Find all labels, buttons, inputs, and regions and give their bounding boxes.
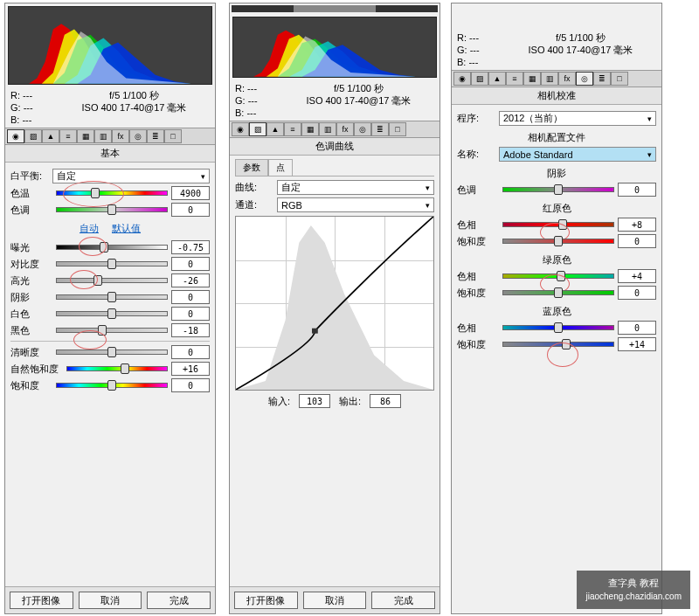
- tab-hsl-icon[interactable]: ≡: [59, 129, 77, 143]
- exposure-slider[interactable]: [56, 245, 168, 250]
- curve-select[interactable]: 自定▾: [277, 180, 434, 195]
- tab-camera-icon[interactable]: ◎: [576, 72, 593, 86]
- tab-snap-icon[interactable]: □: [164, 129, 182, 143]
- vibrance-value[interactable]: +16: [171, 362, 210, 376]
- output-label: 输出:: [339, 395, 361, 408]
- contrast-value[interactable]: 0: [171, 257, 210, 271]
- default-link[interactable]: 默认值: [112, 223, 141, 233]
- chevron-down-icon: ▾: [426, 183, 430, 192]
- done-button[interactable]: 完成: [371, 592, 435, 609]
- whites-value[interactable]: 0: [171, 307, 210, 321]
- highlights-value[interactable]: -26: [171, 273, 210, 287]
- blue-sat-slider[interactable]: [502, 342, 614, 347]
- whites-label: 白色: [10, 308, 52, 321]
- tab-lens-icon[interactable]: ▥: [541, 72, 558, 86]
- tab-detail-icon[interactable]: ▲: [488, 72, 506, 86]
- green-hue-value[interactable]: +4: [618, 269, 656, 283]
- shadow-tint-value[interactable]: 0: [618, 183, 656, 197]
- green-primary-title: 绿原色: [457, 253, 656, 266]
- cancel-button[interactable]: 取消: [303, 592, 367, 609]
- process-select[interactable]: 2012（当前）▾: [499, 111, 656, 126]
- tab-preset-icon[interactable]: ≣: [371, 122, 389, 136]
- saturation-slider[interactable]: [56, 383, 168, 388]
- meta-block: R: --- G: --- B: --- f/5 1/100 秒 ISO 400…: [230, 80, 439, 121]
- tab-fx-icon[interactable]: fx: [112, 129, 129, 143]
- tab-preset-icon[interactable]: ≣: [147, 129, 164, 143]
- highlights-label: 高光: [10, 274, 52, 287]
- profile-select[interactable]: Adobe Standard▾: [499, 147, 656, 162]
- shadow-tint-slider[interactable]: [502, 187, 614, 192]
- shadows-slider[interactable]: [56, 294, 168, 300]
- channel-label: 通道:: [235, 198, 277, 211]
- tint-value[interactable]: 0: [171, 203, 210, 217]
- tab-camera-icon[interactable]: ◎: [129, 129, 147, 143]
- tab-detail-icon[interactable]: ▲: [266, 122, 284, 136]
- blue-primary-title: 蓝原色: [457, 305, 656, 318]
- blue-hue-slider[interactable]: [502, 325, 614, 330]
- blacks-slider[interactable]: [56, 328, 168, 333]
- tab-fx-icon[interactable]: fx: [336, 122, 354, 136]
- tab-split-icon[interactable]: ▦: [301, 122, 319, 136]
- red-hue-slider[interactable]: [502, 222, 614, 227]
- blue-sat-value[interactable]: +14: [618, 337, 656, 351]
- curve-output-value[interactable]: 86: [370, 394, 401, 408]
- clarity-value[interactable]: 0: [171, 345, 210, 359]
- blue-hue-value[interactable]: 0: [618, 321, 656, 335]
- tab-split-icon[interactable]: ▦: [77, 129, 94, 143]
- tab-basic-icon[interactable]: ◉: [232, 122, 249, 136]
- tab-lens-icon[interactable]: ▥: [319, 122, 336, 136]
- shadows-value[interactable]: 0: [171, 290, 210, 304]
- red-sat-slider[interactable]: [502, 239, 614, 244]
- input-label: 输入:: [268, 395, 290, 408]
- temp-value[interactable]: 4900: [171, 186, 210, 200]
- tab-curve-icon[interactable]: ▨: [24, 129, 42, 143]
- tab-curve-icon[interactable]: ▨: [471, 72, 488, 86]
- auto-link[interactable]: 自动: [80, 223, 99, 233]
- meta-r: R: ---: [10, 89, 59, 101]
- blue-hue-label: 色相: [457, 322, 499, 335]
- green-sat-slider[interactable]: [502, 290, 614, 295]
- temp-slider[interactable]: [56, 190, 168, 196]
- camera-calibration-panel: R: --- G: --- B: --- f/5 1/100 秒 ISO 400…: [451, 3, 662, 614]
- tab-basic-icon[interactable]: ◉: [453, 72, 471, 86]
- tab-split-icon[interactable]: ▦: [523, 72, 541, 86]
- tab-snap-icon[interactable]: □: [389, 122, 406, 136]
- cancel-button[interactable]: 取消: [79, 592, 142, 609]
- subtab-parametric[interactable]: 参数: [235, 159, 268, 176]
- tab-preset-icon[interactable]: ≣: [593, 72, 611, 86]
- tab-hsl-icon[interactable]: ≡: [284, 122, 301, 136]
- tab-camera-icon[interactable]: ◎: [354, 122, 371, 136]
- open-image-button[interactable]: 打开图像: [234, 592, 298, 609]
- tab-detail-icon[interactable]: ▲: [42, 129, 59, 143]
- tint-slider[interactable]: [56, 207, 168, 212]
- histogram: [8, 6, 212, 85]
- tab-fx-icon[interactable]: fx: [558, 72, 576, 86]
- red-hue-value[interactable]: +8: [618, 218, 656, 232]
- channel-select[interactable]: RGB▾: [277, 197, 434, 212]
- wb-select[interactable]: 自定▾: [52, 169, 210, 183]
- contrast-slider[interactable]: [56, 261, 168, 266]
- red-sat-label: 饱和度: [457, 235, 499, 248]
- open-image-button[interactable]: 打开图像: [10, 592, 73, 609]
- whites-slider[interactable]: [56, 311, 168, 316]
- exposure-value[interactable]: -0.75: [171, 240, 210, 254]
- highlights-slider[interactable]: [56, 278, 168, 283]
- red-sat-value[interactable]: 0: [618, 234, 656, 248]
- tab-hsl-icon[interactable]: ≡: [506, 72, 523, 86]
- clarity-slider[interactable]: [56, 350, 168, 355]
- done-button[interactable]: 完成: [147, 592, 211, 609]
- tab-lens-icon[interactable]: ▥: [94, 129, 112, 143]
- vibrance-slider[interactable]: [66, 366, 168, 371]
- blacks-value[interactable]: -18: [171, 323, 210, 337]
- green-sat-value[interactable]: 0: [618, 286, 656, 300]
- vibrance-label: 自然饱和度: [10, 363, 63, 376]
- curve-input-value[interactable]: 103: [299, 394, 330, 408]
- tab-basic-icon[interactable]: ◉: [7, 129, 24, 143]
- tab-snap-icon[interactable]: □: [611, 72, 628, 86]
- subtab-point[interactable]: 点: [268, 159, 293, 176]
- saturation-value[interactable]: 0: [171, 378, 210, 392]
- tab-curve-icon[interactable]: ▨: [249, 122, 266, 136]
- curve-editor[interactable]: [235, 216, 434, 391]
- contrast-label: 对比度: [10, 258, 52, 271]
- green-hue-slider[interactable]: [502, 273, 614, 279]
